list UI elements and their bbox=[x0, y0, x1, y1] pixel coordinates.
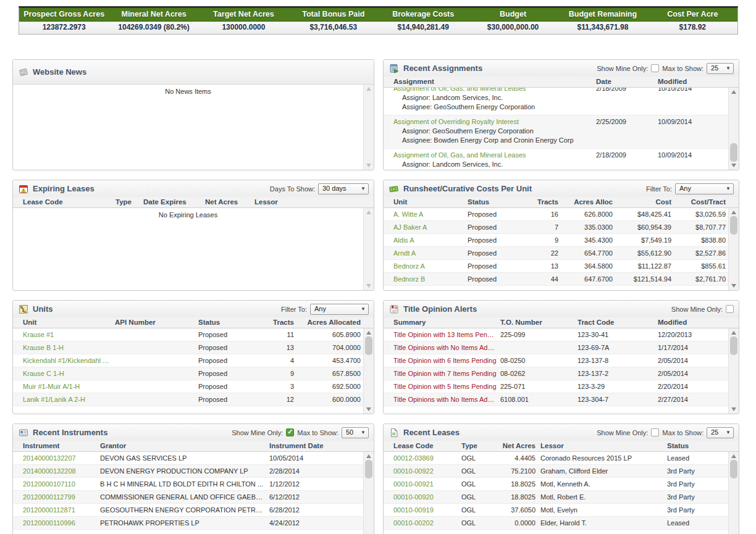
instrument-link[interactable]: 20120000107110 bbox=[23, 480, 100, 488]
scroll-thumb[interactable] bbox=[365, 336, 372, 355]
scrollbar[interactable] bbox=[728, 452, 739, 534]
scrollbar[interactable] bbox=[728, 328, 739, 414]
max-to-show-select[interactable]: 25▼ bbox=[707, 427, 734, 438]
title-opinion-summary-link[interactable]: Title Opinions with No Items Added bbox=[393, 396, 500, 403]
unit-link[interactable]: Krause C 1-H bbox=[23, 370, 115, 377]
instrument-link[interactable]: 20140000132207 bbox=[23, 454, 100, 462]
scroll-up-icon[interactable] bbox=[731, 211, 736, 214]
instrument-link[interactable]: 20120000110996 bbox=[23, 519, 100, 527]
scrollbar[interactable] bbox=[363, 452, 374, 534]
scrollbar[interactable] bbox=[728, 208, 739, 290]
unit-link[interactable]: AJ Baker A bbox=[393, 223, 468, 231]
scroll-up-icon[interactable] bbox=[731, 454, 736, 458]
scroll-up-icon[interactable] bbox=[731, 90, 736, 94]
lease-code-link[interactable]: 00010-00919 bbox=[393, 506, 461, 514]
days-to-show-select[interactable]: 30 days▼ bbox=[318, 183, 369, 194]
scroll-down-icon[interactable] bbox=[731, 284, 736, 288]
filter-to-select[interactable]: Any▼ bbox=[675, 183, 734, 194]
unit-acres-allocated: 657.8500 bbox=[294, 370, 361, 377]
column-header: Status bbox=[468, 198, 532, 206]
title-opinion-summary-link[interactable]: Title Opinions with No Items Added bbox=[393, 344, 500, 351]
show-mine-only-checkbox[interactable] bbox=[286, 428, 294, 436]
scroll-track[interactable] bbox=[364, 216, 374, 282]
title-opinion-summary-link[interactable]: Title Opinion with 5 Items Pending bbox=[393, 383, 500, 390]
unit-link[interactable]: Bednorz B bbox=[393, 275, 468, 283]
scroll-up-icon[interactable] bbox=[366, 454, 371, 458]
unit-link[interactable]: Lanik #1/Lanik A 2-H bbox=[23, 396, 115, 403]
scrollbar[interactable] bbox=[363, 85, 374, 170]
scroll-thumb[interactable] bbox=[730, 143, 737, 162]
instrument-link[interactable]: 20140000132208 bbox=[23, 467, 100, 475]
scroll-thumb[interactable] bbox=[365, 460, 372, 478]
scroll-thumb[interactable] bbox=[730, 460, 737, 478]
tract-code: 123-304-7 bbox=[578, 396, 658, 403]
lease-type: OGL bbox=[461, 493, 491, 501]
title-opinion-summary-link[interactable]: Title Opinion with 7 Items Pending bbox=[393, 370, 500, 377]
unit-link[interactable]: Krause B 1-H bbox=[23, 344, 115, 351]
lease-net-acres: 18.8025 bbox=[491, 493, 536, 501]
scroll-up-icon[interactable] bbox=[366, 331, 371, 335]
column-header: Status bbox=[667, 442, 726, 449]
assignment-link[interactable]: Assignment of Overriding Royalty Interes… bbox=[393, 117, 596, 127]
scroll-track[interactable] bbox=[729, 216, 739, 282]
scroll-up-icon[interactable] bbox=[366, 211, 371, 214]
show-mine-only-checkbox[interactable] bbox=[651, 64, 659, 72]
scroll-track[interactable] bbox=[364, 93, 374, 162]
column-header: API Number bbox=[115, 319, 198, 326]
lease-code-link[interactable]: 00010-00921 bbox=[393, 480, 461, 488]
column-header: Modified bbox=[658, 78, 726, 85]
unit-link[interactable]: Bednorz A bbox=[393, 262, 468, 270]
max-to-show-select[interactable]: 50▼ bbox=[342, 427, 369, 438]
unit-link[interactable]: A. Witte A bbox=[393, 211, 468, 218]
lease-row: 00010-00202 OGL 0.0000 Elder, Harold T. … bbox=[384, 517, 728, 530]
unit-link[interactable]: Kickendahl #1/Kickendahl A 2-H bbox=[23, 357, 115, 364]
scroll-down-icon[interactable] bbox=[731, 164, 736, 167]
title-opinion-summary-link[interactable]: Title Opinion with 13 Items Pending bbox=[393, 331, 500, 338]
unit-link[interactable]: Aldis A bbox=[393, 236, 468, 244]
scroll-thumb[interactable] bbox=[730, 336, 737, 355]
scrollbar[interactable] bbox=[363, 208, 374, 290]
assignment-modified: 10/10/2014 bbox=[658, 88, 726, 93]
unit-link[interactable]: Krause #1 bbox=[23, 331, 115, 338]
scroll-up-icon[interactable] bbox=[366, 87, 371, 91]
scroll-track[interactable] bbox=[729, 460, 739, 534]
scroll-track[interactable] bbox=[729, 336, 739, 406]
instrument-link[interactable]: 20120000112871 bbox=[23, 506, 100, 514]
assignment-link[interactable]: Assignment of Oil, Gas, and Mineral Leas… bbox=[393, 88, 596, 93]
unit-acres-alloc: 654.7700 bbox=[558, 249, 613, 257]
assignment-link[interactable]: Assignment of Oil, Gas, and Mineral Leas… bbox=[393, 151, 596, 160]
scroll-down-icon[interactable] bbox=[366, 284, 371, 288]
show-mine-only-checkbox[interactable] bbox=[651, 428, 659, 436]
panel-title: Runsheet/Curative Costs Per Unit bbox=[403, 184, 532, 193]
filter-to-select[interactable]: Any▼ bbox=[310, 304, 369, 315]
instrument-link[interactable]: 20120000112799 bbox=[23, 493, 100, 501]
scroll-track[interactable] bbox=[729, 96, 739, 162]
scroll-up-icon[interactable] bbox=[731, 331, 736, 335]
scroll-track[interactable] bbox=[364, 460, 374, 534]
stats-header-row: Prospect Gross Acres Mineral Net Acres T… bbox=[19, 8, 737, 22]
lease-status: Leased bbox=[667, 519, 726, 527]
unit-cost-row: A. Witte A Proposed 16 626.8000 $48,425.… bbox=[384, 208, 728, 221]
column-header: Type bbox=[461, 442, 491, 449]
lease-code-link[interactable]: 00010-00202 bbox=[393, 519, 461, 527]
scrollbar[interactable] bbox=[728, 88, 739, 170]
max-to-show-select[interactable]: 25▼ bbox=[707, 63, 734, 74]
lease-code-link[interactable]: 00012-03869 bbox=[393, 454, 461, 462]
grantor: PETROHAWK PROPERTIES LP bbox=[100, 519, 269, 527]
title-opinion-summary-link[interactable]: Title Opinion with 6 Items Pending bbox=[393, 357, 500, 364]
column-header: Net Acres bbox=[205, 198, 254, 206]
unit-link[interactable]: Muir #1-Muir A/1-H bbox=[23, 383, 115, 390]
lease-code-link[interactable]: 00010-00920 bbox=[393, 493, 461, 501]
unit-link[interactable]: Arndt A bbox=[393, 249, 468, 257]
scrollbar[interactable] bbox=[363, 328, 374, 414]
scroll-track[interactable] bbox=[364, 336, 374, 406]
show-mine-only-checkbox[interactable] bbox=[726, 305, 734, 313]
scroll-down-icon[interactable] bbox=[366, 164, 371, 167]
scroll-down-icon[interactable] bbox=[731, 407, 736, 411]
title-opinion-row: Title Opinions with No Items Added 123-6… bbox=[384, 341, 728, 354]
scroll-thumb[interactable] bbox=[730, 216, 737, 235]
chevron-down-icon: ▼ bbox=[726, 430, 731, 435]
lease-code-link[interactable]: 00010-00922 bbox=[393, 467, 461, 475]
scroll-down-icon[interactable] bbox=[366, 407, 371, 411]
title-opinion-book-icon bbox=[389, 304, 399, 314]
